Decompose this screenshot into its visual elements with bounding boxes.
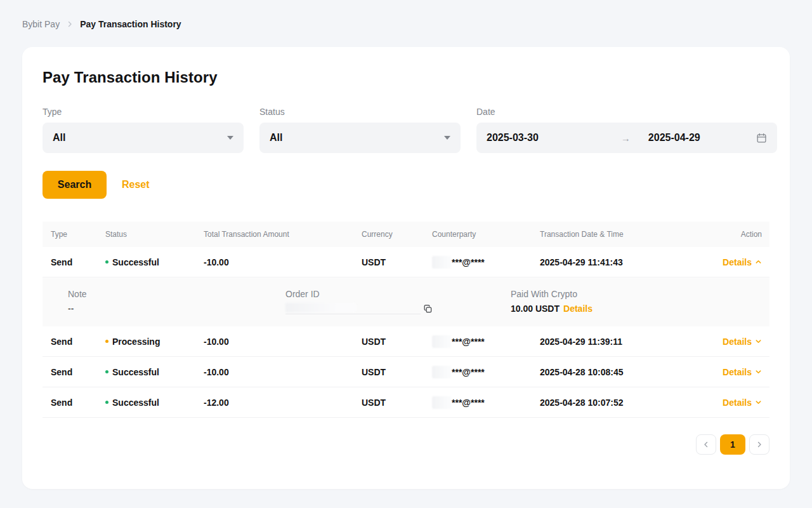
chevron-down-icon <box>755 368 762 375</box>
details-button[interactable]: Details <box>723 367 762 377</box>
date-range: 2025-03-30 → 2025-04-29 <box>487 132 767 144</box>
col-header-amount: Total Transaction Amount <box>204 230 362 239</box>
order-id-line <box>285 302 421 314</box>
counterparty-redacted <box>432 366 451 378</box>
col-header-datetime: Transaction Date & Time <box>540 230 692 239</box>
counterparty-redacted <box>432 396 451 409</box>
chevron-right-icon <box>756 441 763 448</box>
paid-with-crypto-section: Paid With Crypto 10.00 USDT Details <box>511 289 593 326</box>
date-range-picker[interactable]: 2025-03-30 → 2025-04-29 <box>476 123 777 153</box>
date-start-value[interactable]: 2025-03-30 <box>487 132 539 144</box>
order-id-label: Order ID <box>285 289 511 299</box>
details-label: Details <box>723 337 752 347</box>
counterparty-masked: ***@**** <box>452 337 485 347</box>
col-header-status: Status <box>105 230 204 239</box>
table-row: Send Processing -10.00 USDT ***@**** 202… <box>43 326 769 357</box>
status-label: Successful <box>112 398 159 408</box>
calendar-icon[interactable] <box>756 133 767 144</box>
counterparty-masked: ***@**** <box>452 398 485 408</box>
paid-details-link[interactable]: Details <box>563 304 593 314</box>
cell-counterparty: ***@**** <box>432 335 540 348</box>
cell-action: Details <box>692 257 762 267</box>
breadcrumb: Bybit Pay Pay Transaction History <box>0 0 812 30</box>
status-dot <box>105 401 108 404</box>
col-header-type: Type <box>51 230 105 239</box>
col-header-action: Action <box>692 230 762 239</box>
counterparty-redacted <box>432 335 451 348</box>
pagination-prev-button[interactable] <box>696 434 716 455</box>
cell-counterparty: ***@**** <box>432 256 540 269</box>
status-label: Successful <box>112 367 159 377</box>
cell-currency: USDT <box>362 337 432 347</box>
cell-type: Send <box>51 337 105 347</box>
status-label: Successful <box>112 257 159 267</box>
status-select[interactable]: All <box>259 123 461 153</box>
details-label: Details <box>723 398 752 408</box>
date-end-value[interactable]: 2025-04-29 <box>648 132 756 144</box>
cell-datetime: 2025-04-28 10:07:52 <box>540 398 692 408</box>
actions-row: Search Reset <box>43 171 769 199</box>
cell-status: Successful <box>105 257 204 267</box>
pagination-page-1-button[interactable]: 1 <box>720 434 745 455</box>
reset-button[interactable]: Reset <box>117 179 155 190</box>
details-label: Details <box>723 257 752 267</box>
type-filter-label: Type <box>43 107 244 117</box>
note-section: Note -- <box>68 289 285 326</box>
copy-icon[interactable] <box>421 304 433 314</box>
chevron-down-icon <box>755 338 762 345</box>
breadcrumb-current-page: Pay Transaction History <box>80 19 181 29</box>
cell-amount: -10.00 <box>204 257 362 267</box>
date-filter-label: Date <box>476 107 777 117</box>
cell-status: Successful <box>105 398 204 408</box>
cell-currency: USDT <box>362 257 432 267</box>
chevron-up-icon <box>755 258 762 265</box>
cell-action: Details <box>692 337 762 347</box>
status-dot <box>105 340 108 343</box>
status-filter-label: Status <box>259 107 461 117</box>
cell-datetime: 2025-04-29 11:41:43 <box>540 257 692 267</box>
arrow-right-icon: → <box>621 133 631 144</box>
status-select-value: All <box>270 132 282 144</box>
chevron-left-icon <box>702 441 710 448</box>
order-id-section: Order ID <box>285 289 511 326</box>
chevron-down-icon <box>755 399 762 406</box>
caret-down-icon <box>227 136 233 140</box>
filters-row: Type All Status All Date 2025-03-30 → 20… <box>43 107 769 153</box>
cell-status: Processing <box>105 337 204 347</box>
breadcrumb-bybit-pay[interactable]: Bybit Pay <box>22 19 60 29</box>
counterparty-redacted <box>432 256 451 269</box>
status-dot <box>105 260 108 264</box>
expanded-detail-panel: Note -- Order ID <box>43 278 769 326</box>
cell-datetime: 2025-04-29 11:39:11 <box>540 337 692 347</box>
search-button[interactable]: Search <box>43 171 107 199</box>
page-title: Pay Transaction History <box>43 69 769 86</box>
paid-with-crypto-value: 10.00 USDT Details <box>511 304 593 314</box>
details-button-expanded[interactable]: Details <box>723 257 762 267</box>
cell-type: Send <box>51 398 105 408</box>
details-label: Details <box>723 367 752 377</box>
pagination: 1 <box>43 434 769 455</box>
paid-amount: 10.00 USDT <box>511 304 560 314</box>
details-button[interactable]: Details <box>723 398 762 408</box>
chevron-right-icon <box>66 20 74 28</box>
table-row: Send Successful -12.00 USDT ***@**** 202… <box>43 387 769 418</box>
status-dot <box>105 370 108 373</box>
cell-counterparty: ***@**** <box>432 396 540 409</box>
note-label: Note <box>68 289 285 299</box>
type-select[interactable]: All <box>43 123 244 153</box>
cell-action: Details <box>692 398 762 408</box>
cell-currency: USDT <box>362 367 432 377</box>
cell-currency: USDT <box>362 398 432 408</box>
cell-counterparty: ***@**** <box>432 366 540 378</box>
cell-action: Details <box>692 367 762 377</box>
cell-status: Successful <box>105 367 204 377</box>
cell-amount: -10.00 <box>204 367 362 377</box>
details-button[interactable]: Details <box>723 337 762 347</box>
table-header-row: Type Status Total Transaction Amount Cur… <box>43 222 769 247</box>
type-select-value: All <box>53 132 65 144</box>
table-row: Send Successful -10.00 USDT ***@**** 202… <box>43 357 769 387</box>
cell-datetime: 2025-04-28 10:08:45 <box>540 367 692 377</box>
counterparty-masked: ***@**** <box>452 257 485 267</box>
pagination-next-button[interactable] <box>749 434 769 455</box>
col-header-counterparty: Counterparty <box>432 230 540 239</box>
